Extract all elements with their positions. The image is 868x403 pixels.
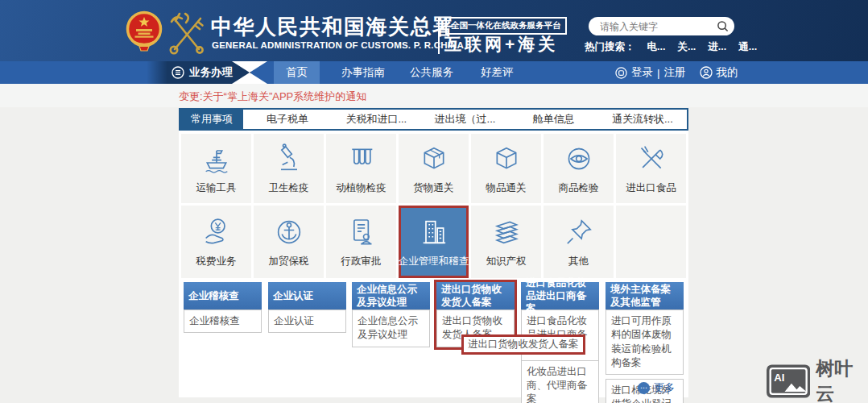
- login-register-separator: |: [657, 67, 660, 79]
- tab-clearance-status[interactable]: 通关流转状...: [598, 110, 687, 129]
- dropdown-item[interactable]: 企业认证: [268, 310, 346, 333]
- cell-label: 卫生检疫: [269, 181, 309, 195]
- cell-tax-business[interactable]: 税费业务: [181, 206, 251, 278]
- cell-intellectual-property[interactable]: 知识产权: [471, 206, 541, 278]
- notice-link[interactable]: 变更:关于“掌上海关”APP系统维护的通知: [179, 89, 366, 104]
- search-box[interactable]: [589, 17, 734, 35]
- nav-tab-public-services[interactable]: 公共服务: [405, 61, 458, 84]
- cell-label: 企业管理和稽查: [399, 255, 469, 268]
- cell-goods-clearance[interactable]: 物品通关: [471, 134, 541, 203]
- cell-label: 加贸保税: [269, 255, 309, 268]
- cell-label: 知识产权: [486, 255, 527, 268]
- nav-account-area: 登录 | 注册 我的: [615, 61, 738, 84]
- cell-other[interactable]: 其他: [544, 206, 614, 278]
- knife-fork-icon: [635, 143, 668, 175]
- more-label: 更多: [654, 380, 675, 395]
- books-icon: [490, 216, 523, 248]
- dropdown-header[interactable]: 企业稽核查: [184, 282, 262, 310]
- nav-tab-label: 首页: [286, 65, 308, 80]
- cell-label: 商品检验: [559, 181, 599, 195]
- register-link[interactable]: 注册: [664, 65, 686, 80]
- microscope-icon: [273, 143, 305, 175]
- hot-search-item[interactable]: 关...: [677, 40, 696, 54]
- dropdown-item[interactable]: 进口可用作原料的固体废物装运前检验机构备案: [606, 310, 684, 375]
- cell-label: 其他: [568, 255, 589, 268]
- pushpin-icon: [563, 216, 595, 248]
- platform-badge: 全国一体化在线政务服务平台: [445, 17, 567, 35]
- my-account-link[interactable]: 我的: [717, 65, 738, 80]
- tab-label: 进出境（过...: [435, 112, 496, 127]
- test-tubes-icon: [345, 143, 378, 175]
- tab-label: 关税和进口...: [345, 112, 407, 127]
- notice-band: [0, 84, 868, 107]
- dropdown-item[interactable]: 化妆品进出口商、代理商备案: [521, 360, 599, 403]
- nav-tab-label: 公共服务: [410, 65, 453, 80]
- tab-tariff-import[interactable]: 关税和进口...: [332, 110, 420, 129]
- cell-administrative-approval[interactable]: 行政审批: [326, 206, 396, 278]
- cell-label: 动植物检疫: [336, 181, 386, 195]
- tab-entry-exit[interactable]: 进出境（过...: [420, 110, 509, 129]
- dropdown-item[interactable]: 企业信息公示及异议处理: [352, 310, 430, 347]
- main-navbar: 业务办理 首页 办事指南 公共服务 好差评 登录 | 注册 我的: [0, 61, 868, 84]
- cell-label: 税费业务: [196, 255, 237, 268]
- dropdown-header[interactable]: 进出口货物收发货人备案: [436, 282, 515, 310]
- hot-search-item[interactable]: 通...: [738, 40, 757, 54]
- nav-tab-label: 办事指南: [341, 65, 385, 80]
- dropdown-header[interactable]: 进口食品化妆品进出口商备案: [521, 282, 599, 310]
- ai-photo-logo-icon: AI: [767, 364, 810, 399]
- hand-coin-icon: [200, 216, 233, 248]
- dropdown-col-enterprise-audit: 企业稽核查 企业稽核查: [184, 282, 262, 333]
- tab-manifest-info[interactable]: 舱单信息: [510, 110, 598, 129]
- cell-label: 货物通关: [414, 181, 454, 195]
- dropdown-col-enterprise-certification: 企业认证 企业认证: [268, 282, 346, 333]
- sealed-box-icon: [418, 143, 450, 175]
- cell-empty: [616, 206, 686, 278]
- tab-label: 舱单信息: [533, 112, 575, 127]
- tab-label: 通关流转状...: [612, 112, 673, 127]
- cell-enterprise-management-audit[interactable]: 企业管理和稽查: [399, 206, 469, 278]
- cell-processing-trade-bonded[interactable]: 加贸保税: [254, 206, 324, 278]
- tab-common-items[interactable]: 常用事项: [180, 110, 243, 129]
- more-button[interactable]: ⋯ 更多: [638, 380, 675, 395]
- national-emblem-icon: [125, 10, 163, 52]
- content-tabstrip: 常用事项 电子税单 关税和进口... 进出境（过... 舱单信息 通关流转状..…: [179, 108, 688, 131]
- hamburger-menu-icon: [172, 66, 184, 79]
- login-icon: [615, 67, 627, 79]
- dropdown-item[interactable]: 企业稽核查: [184, 310, 262, 333]
- cell-import-export-food[interactable]: 进出口食品: [616, 134, 686, 203]
- cell-label: 进出口食品: [626, 181, 676, 195]
- buildings-icon: [418, 216, 450, 248]
- cell-transport-tools[interactable]: 运输工具: [181, 134, 251, 203]
- site-title: 中华人民共和国海关总署: [211, 13, 455, 41]
- highlighted-tooltip-consignee-registration[interactable]: 进出口货物收发货人备案: [461, 334, 585, 355]
- anchor-icon: [273, 216, 305, 248]
- search-input[interactable]: [598, 18, 714, 35]
- nav-tab-rating[interactable]: 好差评: [476, 61, 519, 84]
- login-link[interactable]: 登录: [631, 65, 653, 80]
- tab-label: 常用事项: [191, 112, 233, 127]
- business-menu-label: 业务办理: [189, 65, 233, 80]
- nav-tabs: 首页 办事指南 公共服务 好差评: [274, 61, 519, 84]
- cell-animal-plant-quarantine[interactable]: 动植物检疫: [326, 134, 396, 203]
- dropdown-header[interactable]: 境外主体备案及其他监管: [606, 282, 684, 310]
- site-subtitle: GENERAL ADMINISTRATION OF CUSTOMS. P. R.…: [212, 40, 464, 50]
- nav-tab-home[interactable]: 首页: [274, 61, 320, 84]
- hot-search-item[interactable]: 电...: [647, 40, 666, 54]
- nav-tab-guide[interactable]: 办事指南: [337, 61, 390, 84]
- cube-icon: [490, 143, 523, 175]
- hot-search: 热门搜索： 电... 关... 进... 通...: [585, 40, 757, 54]
- search-icon[interactable]: [717, 20, 729, 32]
- tab-electronic-tax[interactable]: 电子税单: [243, 110, 332, 129]
- cell-commodity-inspection[interactable]: 商品检验: [544, 134, 614, 203]
- hot-search-item[interactable]: 进...: [708, 40, 726, 54]
- cell-cargo-clearance[interactable]: 货物通关: [399, 134, 469, 203]
- document-stamp-icon: [345, 216, 378, 248]
- tab-label: 电子税单: [267, 112, 308, 127]
- site-header: 中华人民共和国海关总署 GENERAL ADMINISTRATION OF CU…: [0, 0, 868, 61]
- dropdown-header[interactable]: 企业认证: [268, 282, 346, 310]
- business-menu-button[interactable]: 业务办理: [172, 61, 233, 84]
- dropdown-header[interactable]: 企业信息公示及异议处理: [352, 282, 430, 310]
- ai-label: AI: [774, 372, 784, 384]
- cell-health-quarantine[interactable]: 卫生检疫: [254, 134, 324, 203]
- nav-divider-arrow-icon: [232, 61, 267, 84]
